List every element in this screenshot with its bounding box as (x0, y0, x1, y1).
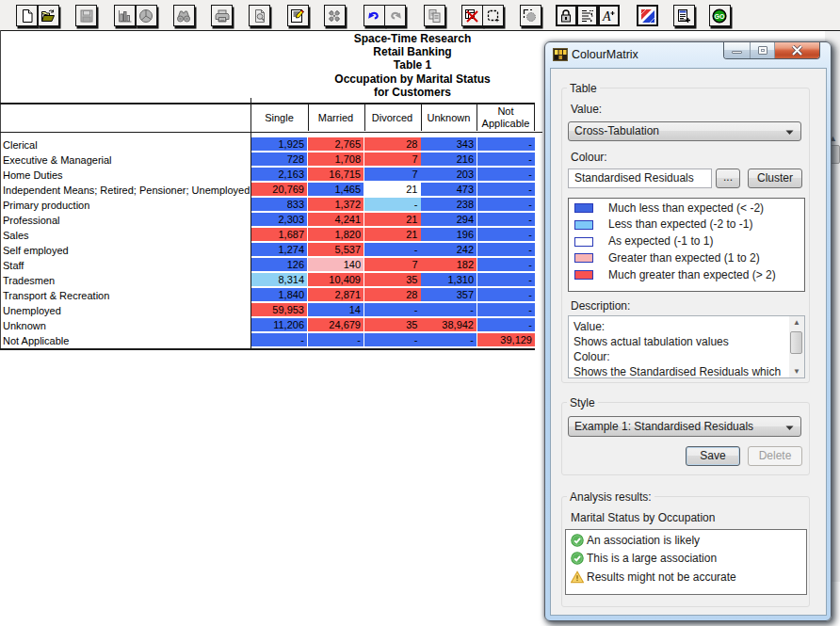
svg-text:A: A (602, 9, 611, 24)
svg-text:GO: GO (715, 13, 725, 20)
